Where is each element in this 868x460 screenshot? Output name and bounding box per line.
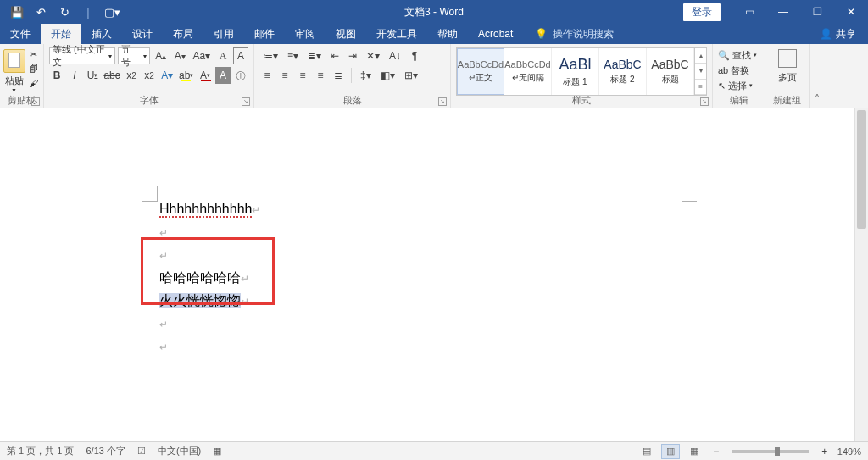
tab-references[interactable]: 引用 [203, 24, 244, 44]
superscript-button[interactable]: x2 [142, 67, 157, 84]
bold-button[interactable]: B [49, 67, 64, 84]
bullets-button[interactable]: ≔▾ [259, 47, 281, 64]
zoom-thumb[interactable] [775, 447, 780, 456]
view-read-mode-button[interactable]: ▤ [637, 444, 656, 459]
font-size-combo[interactable]: 五号▾ [118, 47, 150, 64]
increase-font-size-button[interactable]: A▴ [153, 47, 169, 64]
document-area[interactable]: Hhhhhhhhhhhh↵ ↵ ↵ 哈哈哈哈哈哈↵ 火火恍恍惚惚↵ ↵ ↵ [0, 108, 868, 441]
zoom-level[interactable]: 149% [837, 446, 861, 457]
style-heading1[interactable]: AaBl 标题 1 [552, 48, 599, 95]
status-language[interactable]: 中文(中国) [158, 445, 201, 457]
ribbon-display-options-icon[interactable]: ▭ [732, 0, 766, 24]
text-effects-button[interactable]: A▾ [159, 67, 175, 84]
status-spellcheck-icon[interactable]: ☑ [137, 446, 146, 457]
document-content[interactable]: Hhhhhhhhhhhh↵ ↵ ↵ 哈哈哈哈哈哈↵ 火火恍恍惚惚↵ ↵ ↵ [159, 198, 260, 358]
text-line[interactable]: 火火恍恍惚惚↵ [159, 290, 260, 313]
paste-button[interactable]: 粘贴 ▼ [3, 49, 25, 93]
numbering-button[interactable]: ≡▾ [284, 47, 302, 64]
decrease-font-size-button[interactable]: A▾ [171, 47, 187, 64]
tab-acrobat[interactable]: Acrobat [468, 24, 523, 44]
tab-home[interactable]: 开始 [41, 24, 81, 44]
distributed-button[interactable]: ≣ [331, 67, 346, 84]
style-heading2[interactable]: AaBbC 标题 2 [599, 48, 647, 95]
undo-icon[interactable]: ↶ [29, 0, 53, 24]
copy-icon[interactable]: 🗐 [27, 62, 41, 75]
customize-qat-icon[interactable]: ▢▾ [100, 0, 124, 24]
tab-help[interactable]: 帮助 [427, 24, 468, 44]
cut-icon[interactable]: ✂ [27, 47, 41, 61]
clipboard-dialog-launcher[interactable]: ↘ [31, 97, 40, 106]
justify-button[interactable]: ≡ [313, 67, 328, 84]
enclose-characters-button[interactable]: ㊉ [233, 67, 248, 84]
decrease-indent-button[interactable]: ⇤ [327, 47, 342, 64]
tab-review[interactable]: 审阅 [285, 24, 326, 44]
text-line[interactable]: 哈哈哈哈哈哈↵ [159, 267, 260, 290]
phonetic-guide-button[interactable]: A [215, 47, 231, 64]
collapse-ribbon-button[interactable]: ˄ [810, 44, 825, 108]
styles-dialog-launcher[interactable]: ↘ [700, 97, 709, 106]
multipage-button[interactable]: 多页 [778, 49, 797, 84]
change-case-button[interactable]: Aa▾ [191, 47, 213, 64]
status-word-count[interactable]: 6/13 个字 [86, 445, 125, 457]
font-name-combo[interactable]: 等线 (中文正文▾ [49, 47, 115, 64]
style-title[interactable]: AaBbC 标题 [647, 48, 694, 95]
close-button[interactable]: ✕ [834, 0, 868, 24]
tab-view[interactable]: 视图 [326, 24, 366, 44]
align-left-button[interactable]: ≡ [259, 67, 275, 84]
align-center-button[interactable]: ≡ [277, 67, 292, 84]
zoom-in-button[interactable]: + [817, 443, 832, 460]
text-line[interactable]: ↵ [159, 335, 260, 358]
tab-layout[interactable]: 布局 [163, 24, 203, 44]
status-macro-icon[interactable]: ▦ [213, 446, 221, 457]
tab-developer[interactable]: 开发工具 [366, 24, 427, 44]
style-no-spacing[interactable]: AaBbCcDd ↵无间隔 [504, 48, 552, 95]
gallery-expand-button[interactable]: ≡ [695, 80, 706, 95]
text-line[interactable]: ↵ [159, 244, 260, 267]
sort-button[interactable]: A↓ [386, 47, 404, 64]
subscript-button[interactable]: x2 [124, 67, 139, 84]
asian-layout-button[interactable]: ✕▾ [363, 47, 383, 64]
tab-insert[interactable]: 插入 [81, 24, 122, 44]
view-print-layout-button[interactable]: ▥ [661, 444, 680, 459]
character-border-button[interactable]: A [233, 47, 248, 64]
increase-indent-button[interactable]: ⇥ [345, 47, 360, 64]
scroll-thumb[interactable] [857, 110, 866, 229]
font-dialog-launcher[interactable]: ↘ [242, 97, 250, 106]
tab-file[interactable]: 文件 [0, 24, 41, 44]
view-web-layout-button[interactable]: ▦ [685, 444, 704, 459]
highlight-button[interactable]: ab▾ [177, 67, 195, 84]
format-painter-icon[interactable]: 🖌 [27, 76, 41, 90]
zoom-out-button[interactable]: − [709, 443, 724, 460]
maximize-button[interactable]: ❐ [800, 0, 834, 24]
find-button[interactable]: 🔍查找▾ [718, 47, 760, 63]
save-icon[interactable]: 💾 [5, 0, 29, 24]
redo-icon[interactable]: ↻ [53, 0, 76, 24]
zoom-slider[interactable] [732, 450, 809, 453]
tell-me-search[interactable]: 💡 操作说明搜索 [523, 24, 614, 44]
strikethrough-button[interactable]: abc [103, 67, 121, 84]
font-color-button[interactable]: A▾ [198, 67, 213, 84]
character-shading-button[interactable]: A [215, 67, 231, 84]
minimize-button[interactable]: — [766, 0, 800, 24]
tab-mailings[interactable]: 邮件 [244, 24, 285, 44]
gallery-up-button[interactable]: ▴ [695, 48, 706, 64]
style-normal[interactable]: AaBbCcDd ↵正文 [457, 48, 504, 95]
line-spacing-button[interactable]: ‡▾ [357, 67, 375, 84]
borders-button[interactable]: ⊞▾ [401, 67, 421, 84]
replace-button[interactable]: ab替换 [718, 63, 760, 78]
share-button[interactable]: 👤 共享 [808, 24, 868, 44]
paragraph-dialog-launcher[interactable]: ↘ [438, 97, 447, 106]
text-line[interactable]: Hhhhhhhhhhhh↵ [159, 198, 260, 221]
text-line[interactable]: ↵ [159, 313, 260, 335]
tab-design[interactable]: 设计 [122, 24, 163, 44]
sign-in-button[interactable]: 登录 [683, 3, 721, 21]
italic-button[interactable]: I [67, 67, 82, 84]
select-button[interactable]: ↖选择▾ [718, 78, 760, 93]
gallery-down-button[interactable]: ▾ [695, 64, 706, 79]
text-line[interactable]: ↵ [159, 221, 260, 244]
align-right-button[interactable]: ≡ [295, 67, 310, 84]
underline-button[interactable]: U▾ [85, 67, 100, 84]
shading-button[interactable]: ◧▾ [377, 67, 398, 84]
vertical-scrollbar[interactable] [854, 108, 868, 441]
multilevel-list-button[interactable]: ≣▾ [304, 47, 325, 64]
